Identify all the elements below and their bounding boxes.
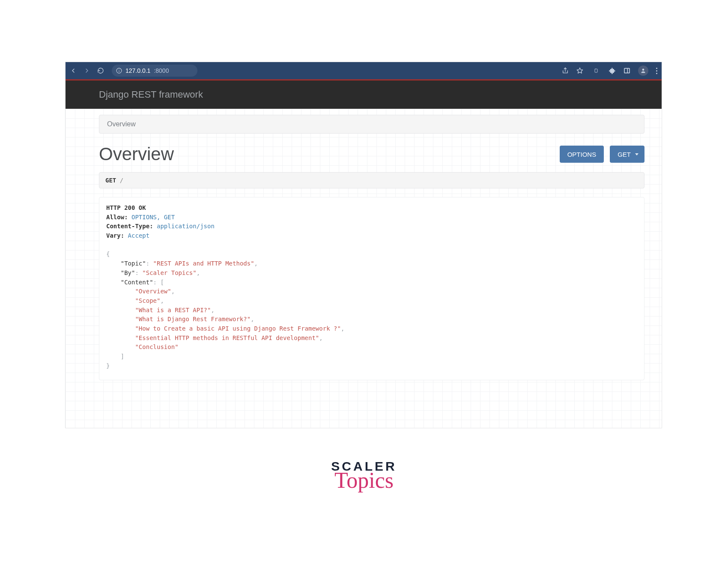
app-header: Django REST framework [66, 81, 662, 109]
response-body: { "Topic": "REST APIs and HTTP Methods",… [106, 241, 637, 371]
page-title: Overview [99, 144, 174, 164]
response-header: Vary: Accept [106, 231, 637, 241]
browser-toolbar: 127.0.0.1:8000 [66, 62, 662, 79]
response-headers: Allow: OPTIONS, GETContent-Type: applica… [106, 213, 637, 241]
svg-rect-6 [624, 69, 630, 73]
options-button-label: OPTIONS [567, 151, 597, 158]
bookmark-star-icon[interactable] [576, 67, 583, 74]
extensions-icon[interactable] [609, 67, 616, 74]
svg-point-8 [642, 69, 644, 71]
address-bar[interactable]: 127.0.0.1:8000 [112, 65, 197, 77]
request-box: GET / [99, 172, 644, 188]
response-status-line: HTTP 200 OK [106, 203, 637, 213]
content-area: Overview Overview OPTIONS GET GET / HTTP… [66, 109, 662, 428]
response-header: Content-Type: application/json [106, 222, 637, 231]
action-buttons: OPTIONS GET [560, 146, 644, 163]
response-header: Allow: OPTIONS, GET [106, 213, 637, 222]
profile-avatar-icon[interactable] [638, 66, 648, 76]
share-icon[interactable] [562, 67, 569, 74]
url-host: 127.0.0.1 [125, 67, 150, 74]
back-icon[interactable] [70, 67, 77, 74]
title-row: Overview OPTIONS GET [99, 144, 644, 164]
brand-link[interactable]: Django REST framework [99, 89, 203, 100]
response-box: HTTP 200 OK Allow: OPTIONS, GETContent-T… [99, 197, 644, 380]
toolbar-right-group [562, 66, 657, 76]
breadcrumb-item[interactable]: Overview [107, 120, 136, 128]
reload-icon[interactable] [97, 67, 104, 74]
menu-icon[interactable] [656, 68, 657, 74]
get-button-label: GET [618, 151, 631, 158]
svg-marker-4 [577, 68, 582, 73]
chevron-down-icon [635, 153, 638, 155]
get-button[interactable]: GET [610, 146, 644, 163]
options-button[interactable]: OPTIONS [560, 146, 604, 163]
breadcrumb: Overview [99, 115, 644, 134]
site-info-icon[interactable] [116, 68, 122, 74]
forward-icon[interactable] [84, 67, 90, 74]
nav-buttons-group [70, 67, 104, 74]
svg-rect-5 [595, 69, 597, 72]
request-path: / [120, 177, 123, 184]
permission-icon[interactable] [591, 66, 601, 76]
request-method: GET [105, 177, 116, 184]
panel-icon[interactable] [624, 67, 630, 74]
browser-window: 127.0.0.1:8000 Django [65, 62, 662, 428]
logo-line2: Topics [329, 469, 399, 492]
url-port: :8000 [154, 67, 169, 74]
scaler-logo: SCALER Topics [329, 459, 399, 492]
